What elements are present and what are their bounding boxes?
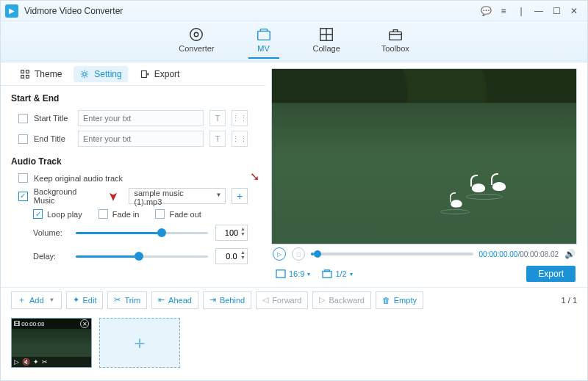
svg-rect-12 (323, 272, 331, 278)
svg-rect-2 (257, 31, 270, 40)
arrow-annotation-icon: ➤ (107, 192, 121, 201)
svg-rect-13 (325, 270, 330, 272)
loop-checkbox[interactable] (33, 209, 43, 219)
start-title-input[interactable] (78, 110, 204, 126)
scale-select[interactable]: 1/2 ▾ (319, 268, 355, 280)
keep-audio-row: Keep original audio track ➘ (1, 171, 265, 185)
progress-slider[interactable] (311, 253, 473, 255)
play-icon[interactable]: ▷ (14, 358, 19, 366)
mv-icon (256, 26, 272, 43)
add-button[interactable]: ＋ Add▼ (11, 291, 62, 309)
bg-music-row: Background Music ➤ sample music (1).mp3 … (1, 185, 265, 207)
text-style-icon[interactable]: T (209, 110, 226, 126)
add-music-button[interactable]: + (232, 188, 248, 204)
effects-icon[interactable]: ✦ (33, 358, 39, 366)
end-title-input[interactable] (78, 131, 204, 147)
start-title-checkbox[interactable] (18, 114, 28, 123)
nav-toolbox-label: Toolbox (381, 44, 409, 53)
preview-panel: ▷ ◻ 00:00:00.00/00:00:08.02 🔊 16:9 ▾ 1/2… (265, 62, 587, 287)
film-icon: 🎞 00:00:08 (14, 321, 44, 327)
minimize-button[interactable]: — (530, 4, 548, 18)
delay-label: Delay: (33, 252, 68, 261)
close-button[interactable]: ✕ (565, 4, 583, 18)
tab-export[interactable]: Export (134, 66, 186, 82)
main-area: Theme Setting Export Start & End Start T… (1, 62, 587, 287)
add-clip-button[interactable]: + (99, 318, 180, 368)
nav-toolbox[interactable]: Toolbox (374, 23, 417, 59)
maximize-button[interactable]: ☐ (548, 4, 565, 18)
aspect-select[interactable]: 16:9 ▾ (273, 268, 313, 280)
nav-converter[interactable]: Converter (171, 23, 221, 59)
svg-point-1 (195, 32, 199, 37)
divider-icon: | (512, 4, 530, 18)
feedback-icon[interactable]: 💬 (477, 4, 495, 18)
cut-icon[interactable]: ✂ (42, 358, 48, 366)
mute-icon[interactable]: 🔇 (22, 358, 30, 366)
video-preview[interactable] (271, 68, 577, 244)
tab-theme[interactable]: Theme (14, 66, 68, 82)
spin-up-icon[interactable]: ▲ (240, 226, 245, 231)
svg-rect-7 (21, 75, 24, 78)
svg-rect-4 (390, 32, 402, 40)
nav-mv-label: MV (257, 44, 270, 53)
text-reset-icon[interactable]: ⋮⋮ (232, 131, 248, 147)
toolbox-icon (387, 26, 404, 43)
end-title-label: End Title (34, 134, 72, 143)
export-icon (140, 69, 150, 79)
tab-theme-label: Theme (35, 69, 62, 79)
app-logo-icon: ▶ (5, 4, 18, 18)
theme-icon (20, 69, 30, 79)
text-style-icon[interactable]: T (209, 131, 226, 147)
keep-audio-checkbox[interactable] (18, 173, 28, 183)
trim-button[interactable]: ✂ Trim (107, 291, 147, 309)
fadein-checkbox[interactable] (98, 209, 108, 219)
play-button[interactable]: ▷ (273, 247, 286, 261)
text-reset-icon[interactable]: ⋮⋮ (232, 110, 248, 126)
bg-music-label: Background Music (34, 187, 99, 205)
clip-thumbnail[interactable]: 🎞 00:00:08 ✕ ▷ 🔇 ✦ ✂ (11, 318, 92, 368)
nav-converter-label: Converter (179, 44, 214, 53)
nav-collage-label: Collage (313, 44, 340, 53)
ahead-button[interactable]: ⇤ Ahead (151, 291, 198, 309)
fadeout-checkbox[interactable] (155, 209, 165, 219)
volume-icon[interactable]: 🔊 (564, 249, 576, 259)
backward-button[interactable]: ▷ Backward (312, 291, 370, 309)
forward-button[interactable]: ◁ Forward (256, 291, 308, 309)
behind-button[interactable]: ⇥ Behind (203, 291, 251, 309)
bg-music-select[interactable]: sample music (1).mp3 (129, 188, 226, 204)
spin-down-icon[interactable]: ▼ (240, 231, 245, 236)
clip-duration: 00:00:08 (21, 321, 44, 327)
svg-point-9 (83, 72, 87, 76)
empty-button[interactable]: 🗑 Empty (376, 291, 423, 309)
edit-button[interactable]: ✦ Edit (66, 291, 104, 309)
titlebar: ▶ Vidmore Video Converter 💬 ≡ | — ☐ ✕ (1, 1, 587, 21)
export-button[interactable]: Export (526, 266, 576, 282)
delay-slider[interactable] (76, 250, 208, 262)
end-title-checkbox[interactable] (18, 134, 28, 144)
volume-slider[interactable] (76, 227, 208, 239)
nav-collage[interactable]: Collage (306, 23, 348, 59)
tab-setting-label: Setting (94, 69, 121, 79)
bg-music-checkbox[interactable] (18, 192, 28, 201)
menu-icon[interactable]: ≡ (495, 4, 512, 18)
loop-label: Loop play (47, 210, 82, 219)
start-title-label: Start Title (34, 114, 72, 123)
audio-options-row: Loop play Fade in Fade out (1, 207, 265, 221)
nav-mv[interactable]: MV (248, 23, 279, 59)
gear-icon (79, 69, 90, 79)
spin-down-icon[interactable]: ▼ (240, 255, 245, 260)
tab-setting[interactable]: Setting (74, 66, 127, 82)
delay-row: Delay: 0.0▲▼ (1, 244, 265, 268)
spin-up-icon[interactable]: ▲ (240, 250, 245, 255)
svg-rect-10 (141, 70, 146, 77)
svg-rect-5 (21, 70, 24, 73)
time-display: 00:00:00.00/00:00:08.02 (479, 250, 559, 258)
end-title-row: End Title T ⋮⋮ (1, 128, 265, 149)
delay-value[interactable]: 0.0▲▼ (215, 248, 248, 264)
svg-rect-11 (276, 270, 285, 277)
top-nav: Converter MV Collage Toolbox (1, 21, 587, 62)
stop-button[interactable]: ◻ (292, 247, 305, 261)
volume-value[interactable]: 100▲▼ (215, 225, 248, 241)
remove-clip-button[interactable]: ✕ (80, 319, 89, 328)
svg-rect-8 (26, 75, 29, 78)
